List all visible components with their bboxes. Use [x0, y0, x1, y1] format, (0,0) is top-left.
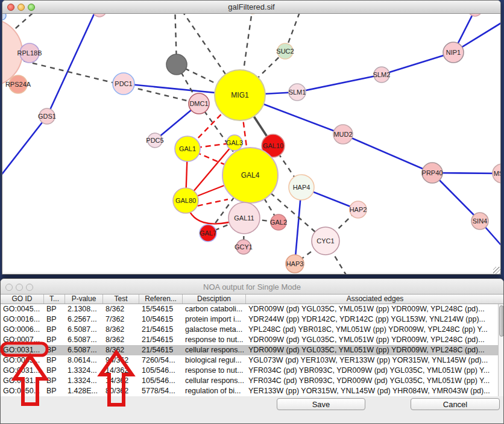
edge-SLM1-SLM2[interactable] [297, 75, 382, 92]
cell-reference: 21/54615 [139, 345, 183, 355]
node-gray-node[interactable] [166, 54, 187, 75]
noa-window-title: NOA output for Single Mode [1, 282, 503, 292]
cell-desciption: cellular respons... [183, 345, 246, 355]
cell-p-value: 8.0614... [65, 355, 103, 366]
noa-window-titlebar[interactable]: NOA output for Single Mode [1, 279, 503, 295]
cell-test: 8/362 [103, 304, 139, 314]
cell-reference: 10/54615 [139, 314, 183, 325]
cell-associated-edges: YDR009W (pd) YGL035C, YML051W (pp) YDR00… [246, 345, 504, 355]
column-header-test[interactable]: Test [103, 295, 139, 304]
table-row[interactable]: GO:0045...BP2.1308...8/36215/54615carbon… [1, 304, 504, 314]
column-header-desciption[interactable]: Desciption [183, 295, 246, 304]
cell-desciption: cellular respons... [183, 376, 246, 386]
cell-associated-edges: YPL248C (pd) YBR018C, YML051W (pp) YDR00… [246, 325, 504, 335]
cell-go-id: GO:0031... [1, 366, 44, 376]
cell-p-value: 6.5087... [65, 325, 103, 335]
cell-associated-edges: YDR009W (pd) YGL035C, YML051W (pp) YDR00… [246, 304, 504, 314]
table-row[interactable]: GO:0065...BP8.0614...94/3627260/54...bio… [1, 355, 504, 366]
cell-reference: 5778/54... [139, 386, 183, 396]
cell-test: 14/362 [103, 366, 139, 376]
cell-go-id: GO:0031... [1, 345, 44, 355]
cell-go-id: GO:0065... [1, 355, 44, 366]
cell-associated-edges: YDR009W (pd) YGL035C, YML051W (pp) YDR00… [246, 335, 504, 345]
cell-associated-edges: YER133W (pp) YOR315W, YNL145W (pd) YHR08… [246, 386, 504, 396]
table-row[interactable]: GO:0007...BP6.5087...8/36221/54615respon… [1, 335, 504, 345]
column-header-p-value[interactable]: P-value [65, 295, 103, 304]
node-label-HAP2: HAP2 [350, 206, 367, 213]
cell-go-id: GO:0016... [1, 314, 44, 325]
noa-window: NOA output for Single Mode GO ID T... P-… [0, 278, 504, 424]
cell-p-value: 1.3324... [65, 376, 103, 386]
table-row[interactable]: GO:0031...BP1.3324...14/362105/546...cel… [1, 376, 504, 386]
node-label-CYC1: CYC1 [317, 237, 334, 245]
cell-test: 8/362 [103, 325, 139, 335]
node-label-PRP40: PRP40 [422, 169, 443, 176]
network-window: galFiltered.sif RPL18BRPS24AGDS1PDC1DMC1… [2, 0, 501, 275]
node-label-PDC1: PDC1 [115, 80, 132, 87]
node-label-HAP3: HAP3 [286, 260, 304, 267]
cell-go-id: GO:0031... [1, 376, 44, 386]
cell-type: BP [44, 335, 65, 345]
edge-MUD2-PRP40[interactable] [343, 134, 432, 173]
cancel-button[interactable]: Cancel [411, 398, 500, 410]
edge-GDS1-pt[interactable] [2, 116, 47, 176]
cell-type: BP [44, 366, 65, 376]
cell-p-value: 6.2567... [65, 314, 103, 325]
node-label-GCY1: GCY1 [235, 243, 253, 251]
table-body: GO:0045...BP2.1308...8/36215/54615carbon… [1, 304, 504, 396]
cell-type: BP [44, 325, 65, 335]
cell-associated-edges: YGL073W (pd) YER103W, YER133W (pp) YOR31… [246, 355, 504, 366]
node-tr-pink[interactable] [468, 14, 482, 16]
scrollbar-thumb[interactable] [499, 305, 504, 337]
node-label-RPS24A: RPS24A [5, 81, 31, 88]
node-label-GAL4: GAL4 [241, 171, 260, 179]
table-row[interactable]: GO:0031...BP6.5087...8/36221/54615cellul… [1, 345, 504, 355]
node-label-MIG1: MIG1 [231, 91, 249, 99]
cell-desciption: response to nut... [183, 335, 246, 345]
edge-SLM2-NIP1[interactable] [382, 52, 453, 75]
node-label-GAL10: GAL10 [263, 142, 283, 149]
cell-test: 8/362 [103, 335, 139, 345]
cell-associated-edges: YFR034C (pd) YBR093C, YDR009W (pd) YGL03… [246, 376, 504, 386]
node-label-SLM1: SLM1 [289, 89, 306, 96]
network-window-titlebar[interactable]: galFiltered.sif [2, 1, 500, 14]
node-label-HAP4: HAP4 [293, 184, 310, 191]
node-top-pink[interactable] [93, 14, 106, 17]
cell-p-value: 1.428E... [65, 386, 103, 396]
column-header-go-id[interactable]: GO ID [1, 295, 44, 304]
cell-type: BP [44, 355, 65, 366]
cell-type: BP [44, 304, 65, 314]
node-label-GAL2: GAL2 [270, 219, 287, 226]
cell-desciption: response to nut... [183, 366, 246, 376]
cell-desciption: regulation of bi... [183, 386, 246, 396]
table-row[interactable]: GO:0016...BP6.2567...7/36210/54615protei… [1, 314, 504, 325]
column-header-reference[interactable]: Referen... [139, 295, 183, 304]
cell-p-value: 1.3324... [65, 366, 103, 376]
table-row[interactable]: GO:0006...BP6.5087...8/36221/54615galact… [1, 325, 504, 335]
node-label-GDS1: GDS1 [38, 113, 56, 120]
node-corner-blue[interactable] [2, 14, 6, 20]
cell-test: 94/362 [103, 355, 139, 366]
cell-desciption: protein import i... [183, 314, 246, 325]
network-canvas[interactable]: RPL18BRPS24AGDS1PDC1DMC1MIG1SUC2SLM1SLM2… [2, 14, 501, 275]
resize-grip[interactable] [493, 267, 501, 275]
cell-type: BP [44, 386, 65, 396]
column-header-associated-edges[interactable]: Associated edges [246, 295, 504, 304]
column-header-type[interactable]: T... [44, 295, 65, 304]
cell-type: BP [44, 345, 65, 355]
cell-go-id: GO:0007... [1, 335, 44, 345]
edge-pt-GDS1[interactable] [47, 14, 99, 116]
node-label-GAL3: GAL3 [226, 139, 243, 146]
cell-desciption: carbon cataboli... [183, 304, 246, 314]
node-label-SLM2: SLM2 [373, 71, 391, 78]
cell-reference: 7260/54... [139, 355, 183, 366]
node-label-DMC1: DMC1 [189, 100, 208, 107]
noa-footer: Save Cancel [1, 396, 503, 424]
cell-reference: 21/54615 [139, 335, 183, 345]
table-scrollbar[interactable] [498, 304, 504, 396]
table-row[interactable]: GO:0050...BP1.428E...80/3625778/54...reg… [1, 386, 504, 396]
table-row[interactable]: GO:0031...BP1.3324...14/362105/546...res… [1, 366, 504, 376]
cell-test: 7/362 [103, 314, 139, 325]
cell-p-value: 2.1308... [65, 304, 103, 314]
save-button[interactable]: Save [277, 398, 365, 410]
